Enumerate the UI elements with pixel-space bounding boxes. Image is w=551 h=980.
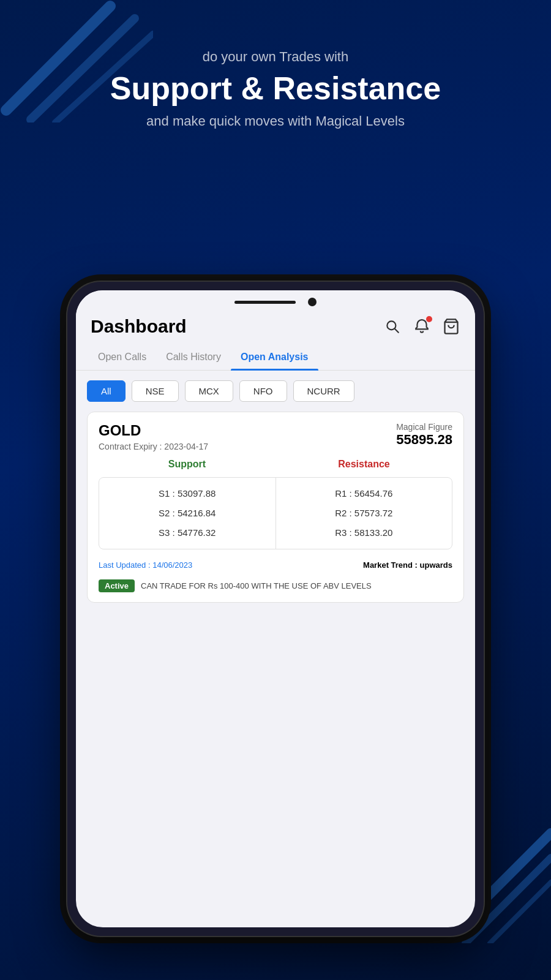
hero-section: do your own Trades with Support & Resist… — [0, 49, 551, 129]
filter-ncurr[interactable]: NCURR — [293, 380, 354, 402]
hero-title: Support & Resistance — [0, 71, 551, 106]
phone-mockup: Dashboard — [67, 282, 484, 936]
resistance-values: R1 : 56454.76 R2 : 57573.72 R3 : 58133.2… — [276, 478, 452, 549]
phone-frame: Dashboard — [67, 282, 484, 936]
camera-dot — [308, 298, 317, 306]
magical-figure-value: 55895.28 — [396, 432, 452, 448]
last-updated: Last Updated : 14/06/2023 — [99, 560, 192, 570]
r1-value: R1 : 56454.76 — [335, 486, 392, 501]
search-icon — [384, 318, 400, 334]
tab-open-analysis[interactable]: Open Analysis — [231, 344, 318, 370]
cart-icon — [443, 318, 460, 335]
contract-expiry: Contract Expiry : 2023-04-17 — [99, 442, 208, 451]
card-header: GOLD Contract Expiry : 2023-04-17 Magica… — [88, 412, 463, 455]
sr-header: Support Resistance — [88, 455, 463, 473]
sr-values: S1 : 53097.88 S2 : 54216.84 S3 : 54776.3… — [99, 477, 452, 549]
r3-value: R3 : 58133.20 — [335, 526, 392, 540]
tab-calls-history[interactable]: Calls History — [156, 344, 231, 370]
page-title: Dashboard — [91, 316, 383, 337]
trade-note: CAN TRADE FOR Rs 100-400 WITH THE USE OF… — [141, 581, 372, 590]
card-info: GOLD Contract Expiry : 2023-04-17 — [99, 422, 208, 451]
home-indicator — [234, 301, 296, 304]
filter-nfo[interactable]: NFO — [239, 380, 287, 402]
phone-top-bar — [76, 290, 475, 311]
active-badge: Active — [99, 579, 135, 592]
support-values: S1 : 53097.88 S2 : 54216.84 S3 : 54776.3… — [99, 478, 276, 549]
magical-figure-label: Magical Figure — [396, 422, 452, 432]
dashboard-header: Dashboard — [76, 311, 475, 344]
filter-nse[interactable]: NSE — [132, 380, 179, 402]
tab-open-calls[interactable]: Open Calls — [88, 344, 156, 370]
filter-bar: All NSE MCX NFO NCURR — [76, 371, 475, 412]
filter-mcx[interactable]: MCX — [185, 380, 233, 402]
resistance-label: Resistance — [276, 459, 452, 470]
filter-all[interactable]: All — [87, 380, 126, 402]
card-footer: Last Updated : 14/06/2023 Market Trend :… — [88, 553, 463, 575]
notification-badge — [426, 316, 432, 322]
cart-button[interactable] — [442, 317, 460, 336]
active-badge-row: Active CAN TRADE FOR Rs 100-400 WITH THE… — [88, 575, 463, 602]
market-trend: Market Trend : upwards — [363, 560, 452, 570]
s3-value: S3 : 54776.32 — [159, 526, 216, 540]
analysis-card: GOLD Contract Expiry : 2023-04-17 Magica… — [87, 412, 464, 603]
phone-screen: Dashboard — [76, 290, 475, 927]
instrument-name: GOLD — [99, 422, 208, 439]
s2-value: S2 : 54216.84 — [159, 506, 216, 521]
header-icons — [383, 317, 460, 336]
tab-bar: Open Calls Calls History Open Analysis — [76, 344, 475, 371]
screen-bottom — [76, 603, 475, 725]
search-button[interactable] — [383, 317, 402, 336]
s1-value: S1 : 53097.88 — [159, 486, 216, 501]
hero-subtitle: do your own Trades with — [0, 49, 551, 65]
svg-line-7 — [395, 329, 399, 333]
magical-figure-section: Magical Figure 55895.28 — [396, 422, 452, 448]
r2-value: R2 : 57573.72 — [335, 506, 392, 521]
support-label: Support — [99, 459, 276, 470]
notifications-button[interactable] — [413, 317, 431, 336]
hero-description: and make quick moves with Magical Levels — [0, 113, 551, 129]
